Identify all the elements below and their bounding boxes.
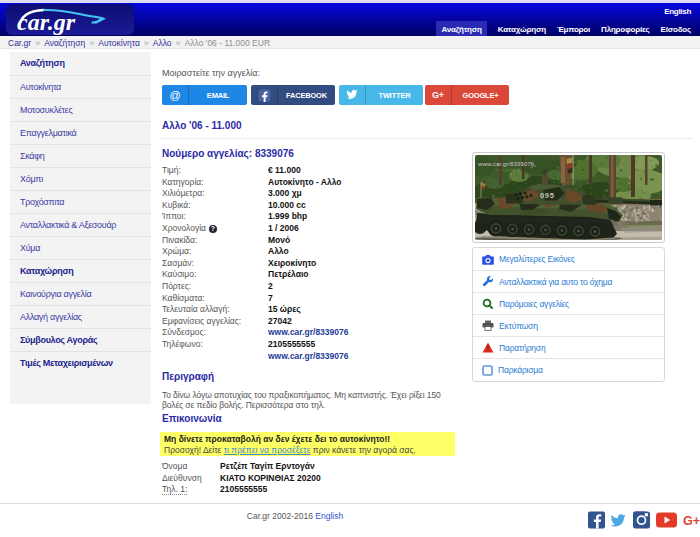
svg-text:www.car.gr/8339076: www.car.gr/8339076 [477, 160, 535, 167]
svg-text:095: 095 [540, 191, 555, 200]
svg-text:G+: G+ [683, 514, 700, 528]
svg-text:car.gr: car.gr [17, 9, 76, 35]
